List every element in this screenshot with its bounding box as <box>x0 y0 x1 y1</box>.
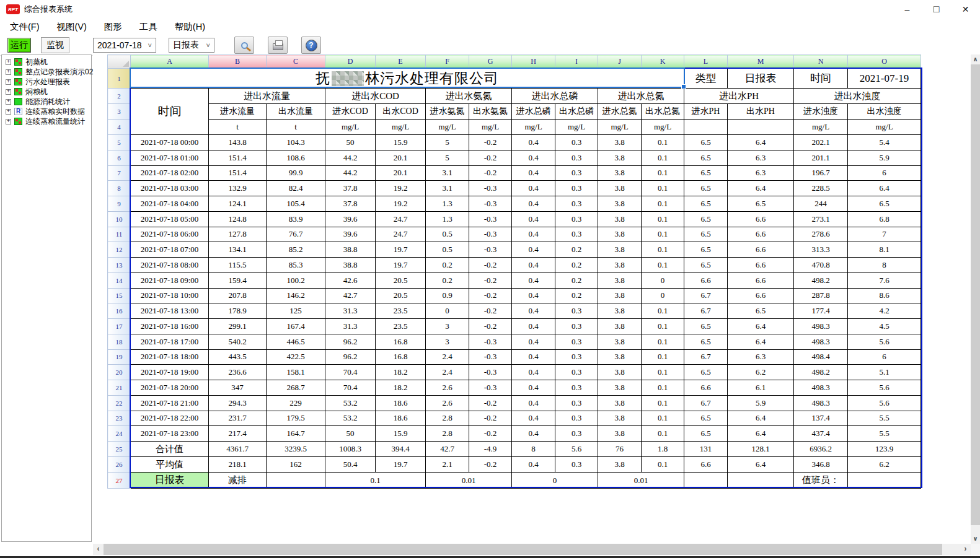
data-cell-r13c0[interactable]: 2021-07-18 08:00 <box>131 258 209 273</box>
average-cell-c2[interactable]: 50.4 <box>325 457 376 473</box>
tree-item-4[interactable]: +能源消耗统计 <box>2 97 91 107</box>
sub-header[interactable]: 出水流量 <box>267 104 325 120</box>
data-cell-r23c0[interactable]: 2021-07-18 22:00 <box>131 411 209 426</box>
footer-empty-m[interactable] <box>728 473 794 489</box>
data-cell-r20c12[interactable]: 6.2 <box>728 365 794 380</box>
data-cell-r5c7[interactable]: 0.4 <box>512 135 555 150</box>
data-cell-r14c9[interactable]: 3.8 <box>598 272 642 288</box>
data-cell-r6c5[interactable]: 5 <box>426 150 469 165</box>
expand-plus-icon[interactable]: + <box>6 89 11 95</box>
data-cell-r14c6[interactable]: -0.2 <box>469 272 512 288</box>
data-cell-r19c3[interactable]: 96.2 <box>325 349 376 365</box>
row-header-20[interactable]: 20 <box>108 365 131 380</box>
sub-header[interactable]: 进水流量 <box>209 104 267 120</box>
footer-empty-c[interactable] <box>267 473 325 489</box>
select-all-corner[interactable] <box>108 55 131 69</box>
sub-header[interactable]: 进水总磷 <box>512 104 555 120</box>
data-cell-r20c9[interactable]: 3.8 <box>598 365 642 380</box>
row-header-6[interactable]: 6 <box>108 150 131 165</box>
data-cell-r11c13[interactable]: 278.6 <box>794 227 848 242</box>
data-cell-r17c10[interactable]: 0.1 <box>642 319 684 334</box>
data-cell-r12c14[interactable]: 8.1 <box>848 242 921 258</box>
footer-report-type-cell[interactable]: 日报表 <box>131 473 209 489</box>
row-header-5[interactable]: 5 <box>108 135 131 150</box>
data-cell-r19c2[interactable]: 422.5 <box>267 349 325 365</box>
data-cell-r21c10[interactable]: 0.1 <box>642 380 684 396</box>
data-cell-r17c8[interactable]: 0.3 <box>555 319 598 334</box>
data-cell-r10c10[interactable]: 0.1 <box>642 211 684 227</box>
data-cell-r11c8[interactable]: 0.3 <box>555 227 598 242</box>
data-cell-r6c12[interactable]: 6.3 <box>728 150 794 165</box>
footer-empty-o[interactable] <box>848 473 921 489</box>
expand-plus-icon[interactable]: + <box>6 99 11 105</box>
total-cell-c6[interactable]: 8 <box>512 442 555 457</box>
sub-header[interactable]: 出水氨氮 <box>469 104 512 120</box>
data-cell-r19c9[interactable]: 3.8 <box>598 349 642 365</box>
data-cell-r9c12[interactable]: 6.5 <box>728 196 794 212</box>
menu-graphics[interactable]: 图形 <box>97 19 130 35</box>
data-cell-r11c0[interactable]: 2021-07-18 06:00 <box>131 227 209 242</box>
data-cell-r8c2[interactable]: 82.4 <box>267 181 325 196</box>
data-cell-r8c11[interactable]: 6.5 <box>684 181 728 196</box>
data-cell-r22c7[interactable]: 0.4 <box>512 395 555 411</box>
data-cell-r15c8[interactable]: 0.2 <box>555 288 598 303</box>
data-cell-r12c13[interactable]: 313.3 <box>794 242 848 258</box>
data-cell-r14c0[interactable]: 2021-07-18 09:00 <box>131 272 209 288</box>
scroll-left-icon[interactable]: ‹ <box>93 544 104 555</box>
data-cell-r10c2[interactable]: 83.9 <box>267 211 325 227</box>
data-cell-r14c1[interactable]: 159.4 <box>209 272 267 288</box>
unit-cell[interactable]: mg/L <box>512 120 555 135</box>
data-cell-r17c13[interactable]: 498.3 <box>794 319 848 334</box>
data-cell-r18c8[interactable]: 0.3 <box>555 334 598 349</box>
data-cell-r11c11[interactable]: 6.5 <box>684 227 728 242</box>
time-column-header[interactable]: 时间 <box>131 89 209 135</box>
data-cell-r20c0[interactable]: 2021-07-18 19:00 <box>131 365 209 380</box>
data-cell-r8c14[interactable]: 6.4 <box>848 181 921 196</box>
data-cell-r16c6[interactable]: -0.2 <box>469 303 512 319</box>
data-cell-r21c12[interactable]: 6.1 <box>728 380 794 396</box>
data-cell-r9c10[interactable]: 0.1 <box>642 196 684 212</box>
data-cell-r19c12[interactable]: 6.3 <box>728 349 794 365</box>
column-header-G[interactable]: G <box>469 55 512 69</box>
expand-plus-icon[interactable]: + <box>6 119 11 124</box>
data-cell-r24c3[interactable]: 50 <box>325 426 376 442</box>
minimize-button[interactable]: – <box>893 0 922 19</box>
expand-plus-icon[interactable]: + <box>6 109 11 115</box>
data-cell-r5c3[interactable]: 50 <box>325 135 376 150</box>
data-cell-r13c4[interactable]: 19.7 <box>376 258 426 273</box>
data-cell-r21c5[interactable]: 2.6 <box>426 380 469 396</box>
data-cell-r23c1[interactable]: 231.7 <box>209 411 267 426</box>
data-cell-r17c9[interactable]: 3.8 <box>598 319 642 334</box>
row-header-19[interactable]: 19 <box>108 349 131 365</box>
data-cell-r19c1[interactable]: 443.5 <box>209 349 267 365</box>
sub-header[interactable]: 出水总磷 <box>555 104 598 120</box>
company-title-cell[interactable]: 抚林污水处理有限公司 <box>131 69 684 89</box>
group-header[interactable]: 进出水总氮 <box>598 89 684 104</box>
data-cell-r23c8[interactable]: 0.3 <box>555 411 598 426</box>
sub-header[interactable]: 进水氨氮 <box>426 104 469 120</box>
data-cell-r24c2[interactable]: 164.7 <box>267 426 325 442</box>
data-cell-r22c4[interactable]: 18.6 <box>376 395 426 411</box>
unit-cell[interactable]: t <box>267 120 325 135</box>
vertical-scroll-thumb[interactable] <box>971 64 980 525</box>
data-cell-r15c14[interactable]: 8.6 <box>848 288 921 303</box>
data-cell-r15c4[interactable]: 20.5 <box>376 288 426 303</box>
data-cell-r22c0[interactable]: 2021-07-18 21:00 <box>131 395 209 411</box>
data-cell-r8c5[interactable]: 3.1 <box>426 181 469 196</box>
data-cell-r18c2[interactable]: 446.5 <box>267 334 325 349</box>
data-cell-r9c7[interactable]: 0.4 <box>512 196 555 212</box>
data-cell-r18c7[interactable]: 0.4 <box>512 334 555 349</box>
data-cell-r8c7[interactable]: 0.4 <box>512 181 555 196</box>
scroll-right-icon[interactable]: › <box>960 544 971 555</box>
data-cell-r11c9[interactable]: 3.8 <box>598 227 642 242</box>
tree-item-0[interactable]: +初蒸机 <box>2 57 91 67</box>
row-header-22[interactable]: 22 <box>108 395 131 411</box>
data-cell-r11c10[interactable]: 0.1 <box>642 227 684 242</box>
data-cell-r16c14[interactable]: 4.2 <box>848 303 921 319</box>
total-cell-c7[interactable]: 5.6 <box>555 442 598 457</box>
average-cell-c12[interactable]: 346.8 <box>794 457 848 473</box>
data-cell-r5c4[interactable]: 15.9 <box>376 135 426 150</box>
data-cell-r11c4[interactable]: 24.7 <box>376 227 426 242</box>
row-header-21[interactable]: 21 <box>108 380 131 396</box>
data-cell-r12c0[interactable]: 2021-07-18 07:00 <box>131 242 209 258</box>
